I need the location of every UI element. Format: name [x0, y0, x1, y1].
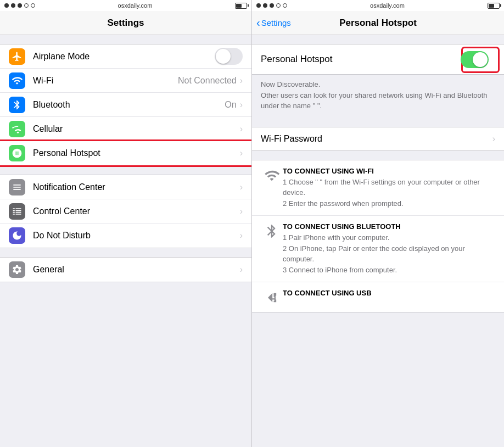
moon-icon	[12, 230, 23, 241]
row-control-center[interactable]: Control Center ›	[0, 199, 251, 223]
connect-bluetooth-icon-area	[261, 222, 283, 239]
nav-title-left: Settings	[107, 18, 144, 29]
status-bar-right: osxdaily.com	[252, 0, 504, 11]
dot-r2	[263, 3, 267, 8]
notification-icon	[12, 182, 23, 193]
airplane-toggle-track	[215, 48, 243, 65]
connect-usb-heading: TO CONNECT USING USB	[283, 289, 495, 297]
status-bar-left: osxdaily.com	[0, 0, 251, 11]
wifi-value: Not Connected	[178, 76, 237, 86]
gear-icon-bg	[9, 261, 25, 278]
nav-bar-right: ‹ Settings Personal Hotspot	[252, 11, 504, 35]
settings-group-system: Notification Center › Control Center › D…	[0, 175, 251, 248]
personal-hotspot-label: Personal Hotspot	[33, 148, 240, 158]
airplane-toggle-thumb	[216, 49, 231, 64]
row-cellular[interactable]: Cellular ›	[0, 117, 251, 141]
do-not-disturb-label: Do Not Disturb	[33, 231, 240, 241]
row-airplane-mode[interactable]: Airplane Mode	[0, 44, 251, 69]
notification-chevron: ›	[240, 182, 243, 192]
hotspot-toggle-label: Personal Hotspot	[261, 54, 461, 65]
settings-section-connectivity: Airplane Mode Wi-Fi Not Connected ›	[0, 44, 251, 166]
airplane-mode-label: Airplane Mode	[33, 52, 215, 62]
cellular-icon-bg	[9, 121, 25, 137]
connect-bluetooth-row: TO CONNECT USING BLUETOOTH 1 Pair iPhone…	[252, 216, 504, 282]
wifi-label: Wi-Fi	[33, 76, 178, 86]
notification-icon-bg	[9, 179, 25, 195]
nav-back-label: Settings	[261, 18, 291, 27]
cellular-chevron: ›	[240, 124, 243, 134]
status-bar-url-right: osxdaily.com	[370, 2, 405, 9]
hotspot-toggle[interactable]	[461, 51, 489, 68]
hotspot-toggle-thumb	[473, 52, 488, 67]
connect-wifi-heading: TO CONNECT USING WI-FI	[283, 167, 495, 175]
dot-r5	[283, 3, 287, 8]
control-center-label: Control Center	[33, 206, 240, 216]
dot-r3	[270, 3, 274, 8]
connect-usb-icon	[264, 290, 279, 305]
signal-dots	[4, 3, 35, 8]
personal-hotspot-chevron: ›	[240, 148, 243, 158]
wifi-icon-bg	[9, 72, 25, 89]
bluetooth-icon-bg	[9, 97, 25, 113]
discoverable-content: Now Discoverable.Other users can look fo…	[261, 80, 488, 110]
connect-methods-section: TO CONNECT USING WI-FI 1 Choose " " from…	[252, 160, 504, 313]
airplane-toggle[interactable]	[215, 48, 243, 65]
connect-bluetooth-heading: TO CONNECT USING BLUETOOTH	[283, 222, 495, 231]
dot-r4	[276, 3, 281, 8]
bluetooth-chevron: ›	[240, 100, 243, 110]
battery-icon-right	[488, 3, 500, 9]
nav-title-right: Personal Hotspot	[339, 18, 417, 29]
dot-3	[18, 3, 22, 8]
bluetooth-value: On	[225, 100, 236, 110]
hotspot-toggle-track	[461, 51, 489, 68]
battery-fill-left	[236, 4, 242, 8]
control-icon-bg	[9, 203, 25, 220]
nav-bar-left: Settings	[0, 11, 251, 35]
general-chevron: ›	[240, 265, 243, 275]
connect-bluetooth-icon	[264, 223, 279, 239]
wifi-password-chevron: ›	[492, 134, 495, 144]
battery-icon-left	[235, 3, 247, 9]
connect-wifi-row: TO CONNECT USING WI-FI 1 Choose " " from…	[252, 160, 504, 216]
connect-usb-text: TO CONNECT USING USB	[283, 289, 495, 299]
control-chevron: ›	[240, 206, 243, 216]
settings-section-general: General ›	[0, 257, 251, 282]
gear-icon	[12, 264, 23, 275]
hotspot-icon	[12, 148, 23, 159]
do-not-disturb-chevron: ›	[240, 231, 243, 241]
notification-center-label: Notification Center	[33, 182, 240, 192]
status-bar-url-left: osxdaily.com	[118, 2, 153, 9]
row-notification-center[interactable]: Notification Center ›	[0, 175, 251, 199]
row-wifi[interactable]: Wi-Fi Not Connected ›	[0, 69, 251, 93]
general-label: General	[33, 265, 240, 275]
nav-back-button[interactable]: ‹ Settings	[256, 16, 291, 29]
row-do-not-disturb[interactable]: Do Not Disturb ›	[0, 223, 251, 248]
dot-4	[24, 3, 29, 8]
hotspot-icon-bg	[9, 145, 25, 161]
row-general[interactable]: General ›	[0, 258, 251, 282]
control-icon	[12, 206, 23, 217]
connect-usb-icon-area	[261, 289, 283, 305]
cellular-label: Cellular	[33, 124, 240, 134]
wifi-password-label: Wi-Fi Password	[261, 134, 492, 144]
cellular-icon	[12, 124, 23, 135]
airplane-icon	[12, 51, 23, 62]
hotspot-toggle-row: Personal Hotspot	[252, 44, 504, 75]
connect-wifi-icon	[264, 168, 279, 183]
settings-group-general: General ›	[0, 257, 251, 282]
moon-icon-bg	[9, 227, 25, 244]
dot-1	[4, 3, 9, 8]
connect-wifi-body: 1 Choose " " from the Wi-Fi settings on …	[283, 177, 495, 209]
wifi-password-row[interactable]: Wi-Fi Password ›	[252, 127, 504, 151]
settings-group-connectivity: Airplane Mode Wi-Fi Not Connected ›	[0, 44, 251, 166]
row-personal-hotspot[interactable]: Personal Hotspot ›	[0, 141, 251, 165]
dot-5	[31, 3, 35, 8]
connect-bluetooth-text: TO CONNECT USING BLUETOOTH 1 Pair iPhone…	[283, 222, 495, 275]
signal-dots-right	[256, 3, 287, 8]
left-panel: osxdaily.com Settings Airplane Mode	[0, 0, 252, 447]
connect-wifi-text: TO CONNECT USING WI-FI 1 Choose " " from…	[283, 167, 495, 209]
hotspot-toggle-section: Personal Hotspot Now Discoverable.Other …	[252, 44, 504, 118]
dot-r1	[256, 3, 261, 8]
row-bluetooth[interactable]: Bluetooth On ›	[0, 93, 251, 117]
dot-2	[11, 3, 15, 8]
